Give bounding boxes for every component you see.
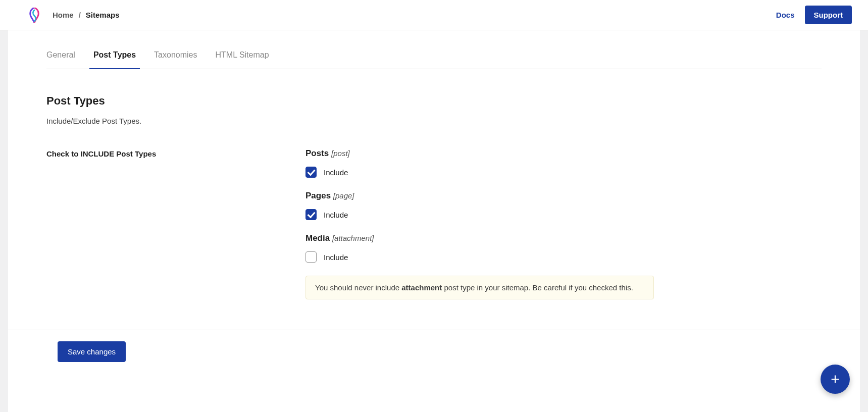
post-type-name: Pages	[305, 191, 331, 200]
page-description: Include/Exclude Post Types.	[46, 117, 822, 125]
post-type-title: Media [attachment]	[305, 233, 822, 243]
post-type-title: Pages [page]	[305, 191, 822, 201]
topbar-right: Docs Support	[776, 6, 852, 24]
plus-icon: +	[831, 372, 840, 387]
tab-post-types[interactable]: Post Types	[93, 45, 136, 69]
tab-taxonomies[interactable]: Taxonomies	[154, 45, 197, 69]
include-label: Include	[324, 253, 348, 262]
post-type-name: Posts	[305, 148, 329, 158]
form-row: Check to INCLUDE Post Types Posts [post]…	[46, 148, 822, 299]
tab-html-sitemap[interactable]: HTML Sitemap	[215, 45, 269, 69]
breadcrumb-current: Sitemaps	[86, 11, 120, 19]
post-type-title: Posts [post]	[305, 148, 822, 159]
include-checkbox-media[interactable]	[305, 251, 317, 263]
post-type-slug: [post]	[331, 149, 350, 158]
logo-icon	[28, 8, 40, 23]
include-row[interactable]: Include	[305, 209, 822, 220]
page: General Post Types Taxonomies HTML Sitem…	[8, 30, 860, 412]
breadcrumb: Home / Sitemaps	[53, 11, 120, 19]
form-row-label: Check to INCLUDE Post Types	[46, 148, 305, 299]
include-row[interactable]: Include	[305, 251, 822, 263]
breadcrumb-sep: /	[79, 11, 81, 19]
include-label: Include	[324, 168, 348, 177]
content: Post Types Include/Exclude Post Types. C…	[8, 69, 860, 299]
tab-general[interactable]: General	[46, 45, 75, 69]
notice-text-pre: You should never include	[315, 283, 401, 292]
post-type-group-media: Media [attachment] Include	[305, 233, 822, 263]
tabs: General Post Types Taxonomies HTML Sitem…	[46, 30, 822, 69]
topbar: Home / Sitemaps Docs Support	[0, 0, 868, 30]
save-button[interactable]: Save changes	[58, 341, 126, 362]
include-label: Include	[324, 211, 348, 219]
form-fields: Posts [post] Include Pages [page]	[305, 148, 822, 299]
topbar-left: Home / Sitemaps	[28, 8, 120, 23]
post-type-slug: [attachment]	[332, 234, 374, 242]
footer-actions: Save changes	[8, 330, 860, 377]
breadcrumb-home[interactable]: Home	[53, 11, 74, 19]
notice-text-post: post type in your sitemap. Be careful if…	[442, 283, 633, 292]
page-title: Post Types	[46, 94, 822, 108]
warning-notice: You should never include attachment post…	[305, 276, 654, 299]
post-type-group-posts: Posts [post] Include	[305, 148, 822, 178]
include-checkbox-posts[interactable]	[305, 167, 317, 178]
include-row[interactable]: Include	[305, 167, 822, 178]
notice-bold: attachment	[401, 283, 442, 292]
support-button[interactable]: Support	[805, 6, 852, 24]
post-type-group-pages: Pages [page] Include	[305, 191, 822, 220]
post-type-name: Media	[305, 233, 330, 243]
include-checkbox-pages[interactable]	[305, 209, 317, 220]
fab-add-button[interactable]: +	[821, 365, 850, 394]
post-type-slug: [page]	[333, 191, 354, 200]
docs-link[interactable]: Docs	[776, 11, 795, 19]
